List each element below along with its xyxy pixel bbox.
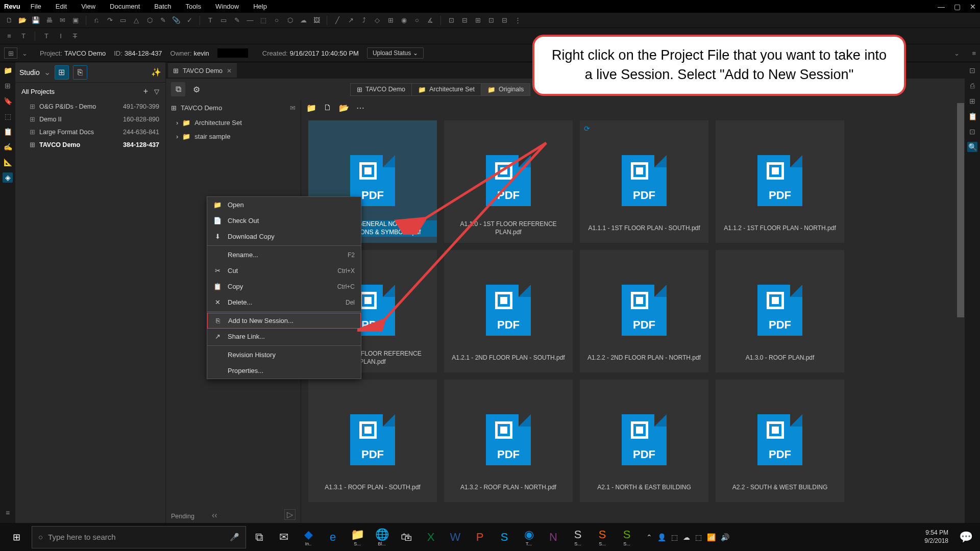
- tool-icon[interactable]: ⊡: [486, 15, 496, 26]
- filter-icon[interactable]: ▽: [154, 88, 159, 95]
- tree-node[interactable]: › 📁 Architecture Set: [166, 116, 301, 130]
- taskbar-app[interactable]: SS...: [591, 526, 614, 548]
- projects-view-icon[interactable]: ⊞: [55, 65, 69, 80]
- tool-icon[interactable]: ⊟: [459, 15, 470, 26]
- file-tile[interactable]: ⟳PDFA1.1.1 - 1ST FLOOR PLAN - SOUTH.pdf: [580, 120, 708, 243]
- taskbar-app[interactable]: 📁S...: [346, 526, 369, 548]
- context-menu-item[interactable]: ⬇Download Copy: [207, 229, 361, 244]
- project-item[interactable]: ⊞O&G P&IDs - Demo491-790-399: [15, 100, 165, 113]
- taskbar-app[interactable]: S: [493, 526, 516, 548]
- tray-icon[interactable]: 👤: [657, 533, 666, 541]
- search-icon[interactable]: 🔍: [967, 142, 977, 152]
- rail-icon[interactable]: 📁: [3, 65, 13, 76]
- context-menu-item[interactable]: 📁Open: [207, 197, 361, 213]
- chevron-down-icon[interactable]: ⌄: [44, 67, 51, 77]
- tool-icon[interactable]: ✎: [232, 15, 242, 26]
- tool-icon[interactable]: ╱: [332, 15, 342, 26]
- rail-list-icon[interactable]: ≡: [3, 508, 13, 518]
- print-icon[interactable]: 🖶: [44, 15, 54, 26]
- tool-icon[interactable]: T: [41, 31, 52, 41]
- folder-open-icon[interactable]: 📂: [339, 103, 349, 113]
- upload-status-dropdown[interactable]: Upload Status ⌄: [367, 47, 424, 59]
- tool-icon[interactable]: ◇: [372, 15, 382, 26]
- rail-icon[interactable]: ⊡: [967, 127, 977, 137]
- tool-icon[interactable]: ◉: [399, 15, 409, 26]
- start-button[interactable]: ⊞: [3, 526, 30, 548]
- file-tile[interactable]: PDFA1.1.2 - 1ST FLOOR PLAN - NORTH.pdf: [716, 120, 844, 243]
- align-icon[interactable]: ≡: [4, 31, 14, 41]
- rail-icon[interactable]: 📋: [967, 111, 977, 121]
- rail-icon[interactable]: ⬚: [3, 111, 13, 121]
- tool-icon[interactable]: ∡: [425, 15, 435, 26]
- taskbar-app[interactable]: SS...: [567, 526, 589, 548]
- rail-icon[interactable]: ⊞: [967, 96, 977, 106]
- rail-icon[interactable]: ⊡: [967, 65, 977, 76]
- project-item[interactable]: ⊞TAVCO Demo384-128-437: [15, 138, 165, 151]
- taskbar-app[interactable]: ◉T...: [518, 526, 540, 548]
- taskbar-app[interactable]: N: [542, 526, 565, 548]
- chevron-down-icon[interactable]: ⌄: [19, 48, 30, 58]
- taskbar-app[interactable]: 🌐Bl...: [371, 526, 393, 548]
- copy-icon[interactable]: ⧉: [171, 82, 185, 96]
- menu-tools[interactable]: Tools: [186, 3, 201, 10]
- taskbar-app[interactable]: ◆In..: [297, 526, 320, 548]
- tool-icon[interactable]: ⊟: [499, 15, 509, 26]
- project-item[interactable]: ⊞Large Format Docs244-636-841: [15, 126, 165, 138]
- new-file-icon[interactable]: 🗋: [324, 103, 332, 112]
- rail-studio-icon[interactable]: ◈: [3, 172, 13, 183]
- tool-icon[interactable]: ▭: [118, 15, 128, 26]
- taskbar-app[interactable]: X: [420, 526, 442, 548]
- mail-icon[interactable]: ✉: [290, 104, 296, 112]
- tool-icon[interactable]: ▭: [218, 15, 229, 26]
- context-menu-item[interactable]: Revision History: [207, 347, 361, 363]
- close-tab-icon[interactable]: ✕: [227, 67, 232, 74]
- notifications-icon[interactable]: 💬: [954, 526, 977, 548]
- tray-icon[interactable]: ☁: [683, 533, 690, 541]
- rail-icon[interactable]: ⊞: [3, 81, 13, 91]
- tool-icon[interactable]: ⊞: [385, 15, 396, 26]
- tool-icon[interactable]: —: [245, 15, 255, 26]
- taskbar-search[interactable]: ○ Type here to search 🎤: [32, 526, 246, 548]
- file-tile[interactable]: PDFA1.1.0 - 1ST FLOOR REFERENCE PLAN.pdf: [444, 120, 573, 243]
- tray-icon[interactable]: 🔊: [721, 533, 729, 541]
- menu-window[interactable]: Window: [215, 3, 239, 10]
- context-menu-item[interactable]: ⎘Add to New Session...: [207, 313, 361, 329]
- close-icon[interactable]: ✕: [970, 3, 976, 11]
- tool-icon[interactable]: T̶: [70, 31, 80, 41]
- crumb-item[interactable]: 📁Originals: [481, 83, 530, 96]
- context-menu-item[interactable]: ↗Share Link...: [207, 329, 361, 344]
- tool-icon[interactable]: ⬡: [285, 15, 295, 26]
- context-menu-item[interactable]: ✕Delete...Del: [207, 294, 361, 310]
- taskbar-app[interactable]: e: [322, 526, 344, 548]
- pager-next-icon[interactable]: ▷: [284, 509, 296, 520]
- tool-icon[interactable]: ✎: [158, 15, 168, 26]
- tool-icon[interactable]: ○: [412, 15, 422, 26]
- tool-icon[interactable]: △: [131, 15, 141, 26]
- mic-icon[interactable]: 🎤: [230, 533, 239, 542]
- file-tile[interactable]: PDFA1.2.1 - 2ND FLOOR PLAN - SOUTH.pdf: [444, 250, 573, 372]
- tool-icon[interactable]: ⊞: [473, 15, 483, 26]
- tool-icon[interactable]: ↷: [105, 15, 115, 26]
- menu-help[interactable]: Help: [253, 3, 267, 10]
- add-project-icon[interactable]: +: [143, 87, 148, 96]
- sessions-view-icon[interactable]: ⎘: [73, 65, 87, 80]
- settings-icon[interactable]: ✨: [151, 67, 161, 77]
- file-tile[interactable]: PDFA1.3.2 - ROOF PLAN - NORTH.pdf: [444, 380, 573, 502]
- taskbar-app[interactable]: SS...: [616, 526, 638, 548]
- tool-icon[interactable]: ✓: [184, 15, 194, 26]
- taskbar-app[interactable]: P: [469, 526, 491, 548]
- context-menu-item[interactable]: Properties...: [207, 363, 361, 379]
- tool-icon[interactable]: ⋮: [512, 15, 523, 26]
- file-tile[interactable]: PDFA1.2.2 - 2ND FLOOR PLAN - NORTH.pdf: [580, 250, 708, 372]
- chevron-down-icon[interactable]: ⌄: [954, 49, 960, 57]
- menu-view[interactable]: View: [81, 3, 95, 10]
- rail-icon[interactable]: ✍: [3, 142, 13, 152]
- menu-batch[interactable]: Batch: [154, 3, 171, 10]
- document-tab[interactable]: ⊞ TAVCO Demo ✕: [168, 63, 237, 78]
- save-icon[interactable]: 💾: [31, 15, 41, 26]
- tool-icon[interactable]: ⤴: [359, 15, 369, 26]
- rail-icon[interactable]: 📋: [3, 127, 13, 137]
- rail-icon[interactable]: ⎙: [967, 81, 977, 91]
- context-menu-item[interactable]: ✂CutCtrl+X: [207, 263, 361, 279]
- project-icon[interactable]: ⊞: [4, 47, 17, 59]
